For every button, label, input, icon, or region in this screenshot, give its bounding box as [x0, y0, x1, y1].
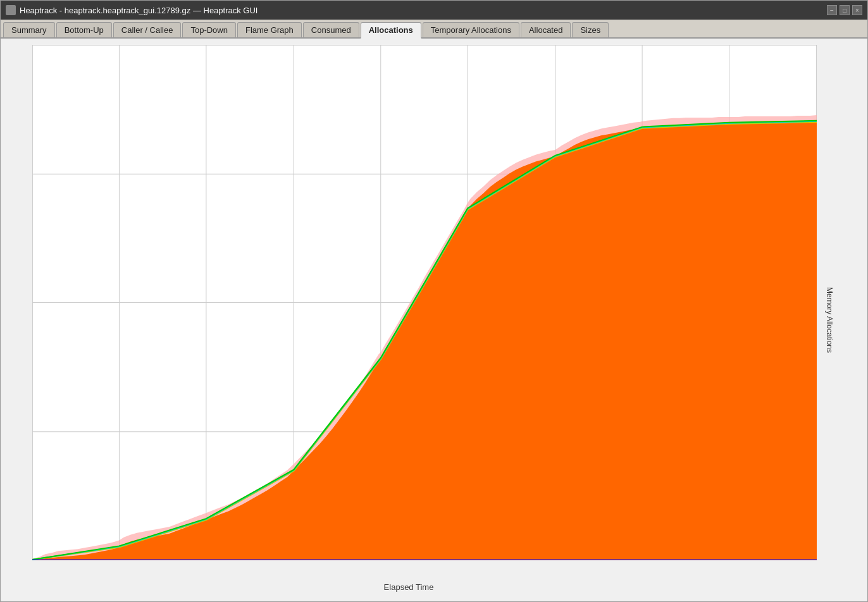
window-controls: − □ × — [827, 5, 862, 15]
title-bar: Heaptrack - heaptrack.heaptrack_gui.1278… — [1, 1, 867, 20]
window-title: Heaptrack - heaptrack.heaptrack_gui.1278… — [20, 6, 257, 15]
tab-allocations[interactable]: Allocations — [361, 22, 421, 39]
tab-flame-graph[interactable]: Flame Graph — [237, 22, 302, 37]
y-axis-label: Memory Allocations — [825, 287, 834, 353]
tab-sizes[interactable]: Sizes — [572, 22, 609, 37]
x-axis-label: Elapsed Time — [1, 582, 817, 592]
main-window: Heaptrack - heaptrack.heaptrack_gui.1278… — [0, 0, 868, 602]
chart-area: 0 1000000 2000000 3000000 0s 1s 2s 3s 4s… — [32, 45, 817, 560]
tab-temporary-allocations[interactable]: Temporary Allocations — [423, 22, 519, 37]
app-icon — [6, 5, 16, 15]
tab-top-down[interactable]: Top-Down — [182, 22, 236, 37]
chart-panel: Memory Allocations — [1, 39, 867, 601]
minimize-button[interactable]: − — [827, 5, 837, 15]
tab-allocated[interactable]: Allocated — [521, 22, 571, 37]
maximize-button[interactable]: □ — [840, 5, 850, 15]
close-button[interactable]: × — [852, 5, 862, 15]
tab-bottom-up[interactable]: Bottom-Up — [56, 22, 112, 37]
tab-summary[interactable]: Summary — [3, 22, 55, 37]
tab-consumed[interactable]: Consumed — [303, 22, 359, 37]
title-bar-left: Heaptrack - heaptrack.heaptrack_gui.1278… — [6, 5, 257, 15]
tab-caller-callee[interactable]: Caller / Callee — [113, 22, 182, 37]
chart-svg: 0 1000000 2000000 3000000 0s 1s 2s 3s 4s… — [32, 45, 817, 560]
tab-bar: Summary Bottom-Up Caller / Callee Top-Do… — [1, 20, 867, 39]
